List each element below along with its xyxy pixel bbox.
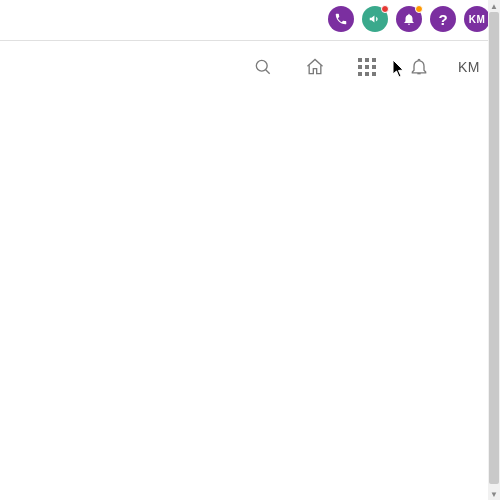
- scroll-up-button[interactable]: ▲: [488, 0, 500, 12]
- vertical-scrollbar[interactable]: ▲ ▼: [488, 0, 500, 500]
- alerts-button[interactable]: [396, 6, 422, 32]
- svg-line-1: [266, 70, 270, 74]
- search-button[interactable]: [250, 54, 276, 80]
- avatar-initials: KM: [469, 14, 486, 25]
- announcements-button[interactable]: [362, 6, 388, 32]
- bell-icon: [402, 12, 416, 26]
- notifications-button[interactable]: [406, 54, 432, 80]
- question-icon: ?: [438, 11, 447, 28]
- browser-extension-row: ? KM: [328, 6, 490, 32]
- app-toolbar: KM: [250, 54, 480, 80]
- user-avatar[interactable]: KM: [464, 6, 490, 32]
- divider: [0, 40, 488, 41]
- scroll-thumb[interactable]: [489, 12, 499, 484]
- apps-button[interactable]: [354, 54, 380, 80]
- phone-icon: [334, 12, 348, 26]
- svg-point-0: [256, 60, 267, 71]
- home-icon: [305, 57, 325, 77]
- apps-grid-icon: [358, 58, 376, 76]
- notification-dot: [381, 5, 389, 13]
- bell-outline-icon: [409, 57, 429, 77]
- scroll-down-button[interactable]: ▼: [488, 488, 500, 500]
- search-icon: [253, 57, 273, 77]
- notification-dot: [415, 5, 423, 13]
- home-button[interactable]: [302, 54, 328, 80]
- user-menu[interactable]: KM: [458, 59, 480, 75]
- phone-button[interactable]: [328, 6, 354, 32]
- help-button[interactable]: ?: [430, 6, 456, 32]
- megaphone-icon: [368, 12, 382, 26]
